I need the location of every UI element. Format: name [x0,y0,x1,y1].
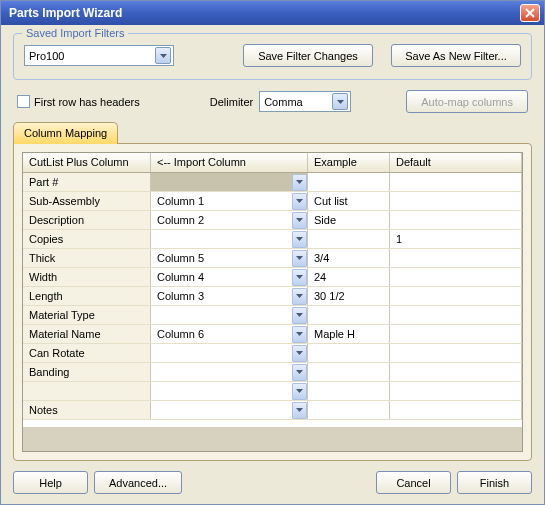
cell-default[interactable] [390,306,522,324]
saved-filters-group: Saved Import Filters Pro100 Save Filter … [13,33,532,80]
chevron-down-icon [292,269,307,286]
chevron-down-icon [292,383,307,400]
cell-import-column[interactable]: Column 4 [151,268,308,286]
chevron-down-icon [155,47,171,64]
cell-default[interactable] [390,287,522,305]
cell-example: 3/4 [308,249,390,267]
cell-cutlist-column: Sub-Assembly [23,192,151,210]
chevron-down-icon [292,345,307,362]
chevron-down-icon [292,193,307,210]
cell-import-column[interactable]: Column 3 [151,287,308,305]
cell-cutlist-column: Material Type [23,306,151,324]
cell-import-column[interactable] [151,306,308,324]
cell-import-column[interactable]: Column 6 [151,325,308,343]
cell-default[interactable] [390,268,522,286]
cell-cutlist-column: Copies [23,230,151,248]
cancel-button[interactable]: Cancel [376,471,451,494]
table-row[interactable]: LengthColumn 330 1/2 [23,287,522,306]
col-header-import[interactable]: <-- Import Column [151,153,308,172]
chevron-down-icon [292,288,307,305]
delimiter-select[interactable]: Comma [259,91,351,112]
table-row[interactable]: DescriptionColumn 2Side [23,211,522,230]
table-row[interactable]: WidthColumn 424 [23,268,522,287]
table-row[interactable]: Notes [23,401,522,420]
first-row-headers-label: First row has headers [34,96,140,108]
auto-map-columns-button[interactable]: Auto-map columns [406,90,528,113]
cell-cutlist-column: Thick [23,249,151,267]
cell-default[interactable] [390,192,522,210]
chevron-down-icon [292,250,307,267]
grid-header: CutList Plus Column <-- Import Column Ex… [23,153,522,173]
cell-default[interactable] [390,211,522,229]
table-row[interactable]: Material Type [23,306,522,325]
saved-filters-legend: Saved Import Filters [22,27,128,39]
chevron-down-icon [292,402,307,419]
table-row[interactable]: Material NameColumn 6Maple H [23,325,522,344]
cell-import-column[interactable] [151,363,308,381]
finish-button[interactable]: Finish [457,471,532,494]
cell-default[interactable] [390,249,522,267]
cell-example: Side [308,211,390,229]
cell-import-column[interactable] [151,401,308,419]
col-header-default[interactable]: Default [390,153,522,172]
table-row[interactable]: Copies1 [23,230,522,249]
cell-import-column[interactable] [151,344,308,362]
cell-cutlist-column: Width [23,268,151,286]
cell-default[interactable] [390,401,522,419]
cell-default[interactable] [390,325,522,343]
table-row[interactable]: Sub-AssemblyColumn 1Cut list [23,192,522,211]
cell-import-column[interactable] [151,173,308,191]
cell-default[interactable] [390,363,522,381]
cell-import-column[interactable]: Column 1 [151,192,308,210]
close-button[interactable] [520,4,540,22]
cell-import-column[interactable] [151,230,308,248]
cell-example: 30 1/2 [308,287,390,305]
tab-container: Column Mapping CutList Plus Column <-- I… [13,121,532,461]
close-icon [525,8,535,18]
table-row[interactable]: ThickColumn 53/4 [23,249,522,268]
cell-cutlist-column: Part # [23,173,151,191]
cell-default[interactable]: 1 [390,230,522,248]
tab-column-mapping[interactable]: Column Mapping [13,122,118,144]
cell-default[interactable] [390,382,522,400]
titlebar: Parts Import Wizard [1,1,544,25]
grid-footer [23,427,522,451]
filter-select[interactable]: Pro100 [24,45,174,66]
cell-import-column[interactable]: Column 2 [151,211,308,229]
save-filter-changes-button[interactable]: Save Filter Changes [243,44,373,67]
cell-import-column[interactable] [151,382,308,400]
table-row[interactable]: Can Rotate [23,344,522,363]
wizard-window: Parts Import Wizard Saved Import Filters… [0,0,545,505]
table-row[interactable]: Part # [23,173,522,192]
button-bar: Help Advanced... Cancel Finish [13,461,532,494]
cell-default[interactable] [390,344,522,362]
cell-example [308,344,390,362]
window-body: Saved Import Filters Pro100 Save Filter … [1,25,544,504]
chevron-down-icon [292,364,307,381]
cell-import-column[interactable]: Column 5 [151,249,308,267]
options-row: First row has headers Delimiter Comma Au… [13,90,532,121]
help-button[interactable]: Help [13,471,88,494]
col-header-example[interactable]: Example [308,153,390,172]
cell-default[interactable] [390,173,522,191]
cell-cutlist-column: Material Name [23,325,151,343]
col-header-cutlist[interactable]: CutList Plus Column [23,153,151,172]
save-as-new-filter-button[interactable]: Save As New Filter... [391,44,521,67]
tab-strip: Column Mapping [13,121,532,143]
window-title: Parts Import Wizard [5,6,520,20]
grid-body[interactable]: Part #Sub-AssemblyColumn 1Cut listDescri… [23,173,522,427]
cell-cutlist-column [23,382,151,400]
mapping-grid: CutList Plus Column <-- Import Column Ex… [22,152,523,452]
cell-example: Cut list [308,192,390,210]
chevron-down-icon [292,231,307,248]
chevron-down-icon [292,326,307,343]
chevron-down-icon [292,174,307,191]
first-row-headers-checkbox[interactable] [17,95,30,108]
filter-row: Pro100 Save Filter Changes Save As New F… [24,44,521,67]
chevron-down-icon [292,212,307,229]
table-row[interactable] [23,382,522,401]
chevron-down-icon [292,307,307,324]
delimiter-label: Delimiter [210,96,253,108]
advanced-button[interactable]: Advanced... [94,471,182,494]
table-row[interactable]: Banding [23,363,522,382]
